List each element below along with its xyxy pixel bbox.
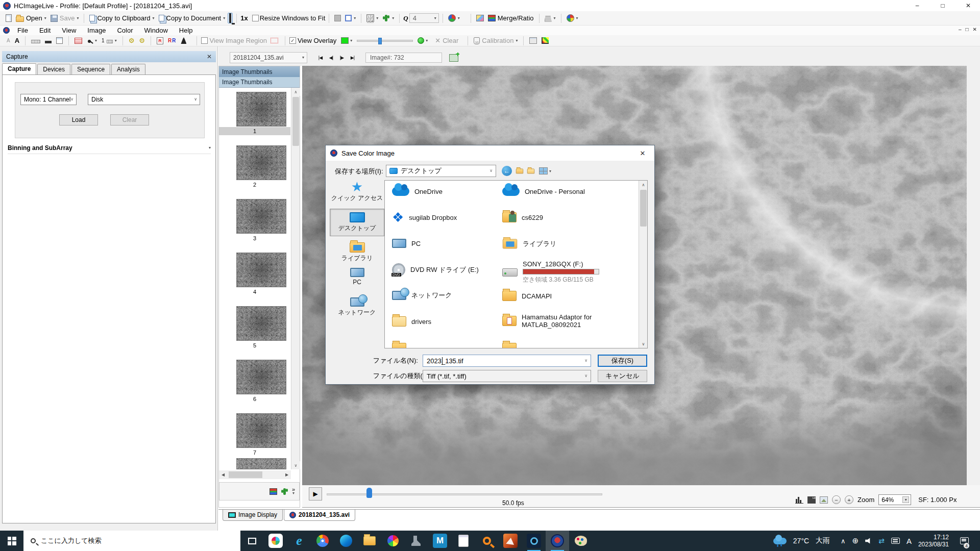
start-button[interactable] [0,531,23,551]
settings2-button[interactable]: ⚙ [137,37,146,44]
tab-capture[interactable]: Capture [2,63,36,75]
scroll-up-icon[interactable]: ∧ [291,88,300,96]
line-button[interactable] [43,38,53,44]
overlay-mode-icon[interactable] [418,37,424,44]
vertical-scroll-thumb[interactable] [292,97,299,146]
taskbar-app-paint[interactable] [569,531,593,551]
taskbar-app-dcam[interactable] [522,531,546,551]
taskbar-clock[interactable]: 17:12 2023/08/31 [918,534,949,548]
menu-edit[interactable]: Edit [34,26,56,35]
file-item-pc[interactable]: PC [392,239,421,248]
grid-overlay-button[interactable] [73,37,84,44]
merge-ratio-button[interactable]: Merge/Ratio [486,14,535,22]
volume-icon[interactable] [865,538,872,544]
thumbnail-5[interactable] [236,306,286,341]
list-scroll-up-icon[interactable]: ∧ [639,181,648,189]
mdi-close[interactable]: ✕ [973,27,977,32]
taskbar-app-matlab[interactable] [499,531,522,551]
action-center-button[interactable]: 4 [955,531,973,551]
zoom-dropdown-arrow[interactable]: ▾ [902,496,909,503]
file-item-partial[interactable] [392,343,406,348]
tab-sequence[interactable]: Sequence [71,64,110,74]
file-item-hamamatsu[interactable]: Hamamatsu Adaptor for MATLAB_08092021 [502,313,640,329]
slider-thumb[interactable] [378,38,382,44]
taskbar-app-internet-explorer[interactable]: e [287,531,311,551]
first-frame-button[interactable]: |◀ [315,53,325,63]
tab-analysis[interactable]: Analysis [111,64,145,74]
thumbnail-6[interactable] [236,360,286,394]
scroll-right-icon[interactable]: ▶ [283,471,291,479]
thumbnail-1[interactable] [236,92,286,127]
taskbar-app-notepad[interactable] [452,531,475,551]
weather-condition[interactable]: 大雨 [816,536,830,545]
menu-image[interactable]: Image [82,26,111,35]
sync-icon[interactable]: ⇄ [878,537,885,545]
mdi-restore[interactable]: □ [966,27,969,32]
filename-dropdown-arrow[interactable]: ∨ [584,359,587,363]
thumbnail-7[interactable] [236,413,286,448]
ime-mode-indicator[interactable]: A [906,537,912,545]
cancel-button[interactable]: キャンセル [598,370,647,382]
file-list-scrollbar[interactable]: ∧ ∨ [639,181,647,348]
ruler-button[interactable] [30,37,42,44]
taskbar-app-chrome[interactable] [311,531,334,551]
resize-windows-checkbox[interactable] [252,15,259,21]
menu-help[interactable]: Help [174,26,199,35]
network-globe-icon[interactable]: ⊕ [852,536,859,545]
rgb-merge-icon[interactable] [270,488,277,495]
font-small-button[interactable]: A [5,37,12,44]
load-button[interactable]: Load [59,114,98,126]
binning-subarray-header[interactable]: Binning and SubArray ▾ [8,144,211,154]
taskbar-app-search-tool[interactable] [475,531,499,551]
tab-avi-document[interactable]: 20181204_135.avi [284,510,355,521]
weather-temp[interactable]: 27°C [793,537,809,545]
taskbar-app-hcimage-active[interactable] [546,531,569,551]
task-view-button[interactable] [240,531,264,551]
filename-input[interactable]: 2023_135.tif ∨ [423,355,591,367]
file-item-dcamapi[interactable]: DCAMAPI [502,291,552,301]
prev-frame-button[interactable]: ◀| [326,53,336,63]
color-ball-button[interactable]: ▾ [447,14,461,22]
close-button[interactable]: ✕ [957,0,980,11]
next-frame-button[interactable]: |▶ [337,53,347,63]
zoom-in-button[interactable]: + [845,495,853,504]
views-dropdown-arrow[interactable]: ▾ [549,169,551,173]
tab-image-display[interactable]: Image Display [223,510,283,521]
stamp-button[interactable] [179,37,188,44]
record-button[interactable]: R [155,37,165,45]
list-scroll-thumb[interactable] [640,190,647,227]
views-menu-icon[interactable] [539,167,548,174]
cactus-icon[interactable] [283,488,286,495]
more-tools-dropdown-arrow[interactable]: ▾ [292,491,295,495]
scene-button[interactable]: ▾ [381,14,396,22]
save-button[interactable]: Save ▾ [49,14,81,22]
file-item-cs6229[interactable]: cs6229 [502,212,543,222]
zoom-out-button[interactable]: − [832,495,841,504]
taskbar-app-microscope[interactable] [405,531,428,551]
calibration-button[interactable]: 10 Calibration ▾ [472,36,519,45]
image-number-field[interactable]: Image#: 732 [365,53,442,63]
horizontal-scroll-thumb[interactable] [229,471,262,478]
settings1-button[interactable]: ⚙ [127,37,136,44]
capture-frame-icon[interactable] [449,54,458,62]
mdi-minimize[interactable]: – [959,27,962,32]
file-item-sony-drive[interactable]: SONY_128GQX (F:) 空き領域 3.36 GB/115 GB [502,260,599,284]
list-scroll-down-icon[interactable]: ∨ [639,340,648,348]
clear-button[interactable]: Clear [110,114,149,126]
new-folder-icon[interactable] [527,169,534,174]
file-item-dropbox[interactable]: ❖sugilab Dropbox [392,212,457,222]
file-item-partial2[interactable] [502,343,517,348]
file-item-drivers[interactable]: drivers [392,316,431,327]
back-icon[interactable]: ← [502,166,512,176]
fill-bucket-button[interactable]: ▾ [543,14,557,22]
avi-file-select[interactable]: 20181204_135.avi ▾ [230,52,307,63]
overlay-opacity-slider[interactable] [357,40,413,42]
overlay-color-swatch[interactable] [341,37,349,44]
play-button[interactable]: ▶ [309,487,322,500]
live-display-button[interactable] [228,13,233,23]
place-network[interactable]: ネットワーク [330,297,384,317]
maximize-button[interactable]: □ [931,0,954,11]
color-wheel-button[interactable]: ▾ [565,14,580,22]
file-item-libraries[interactable]: ライブラリ [502,239,557,249]
menu-view[interactable]: View [56,26,82,35]
